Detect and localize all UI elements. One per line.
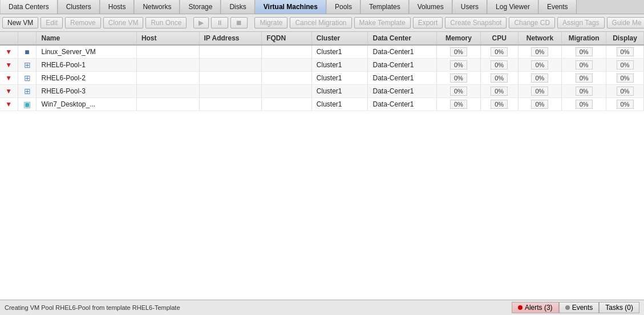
vm-cpu: 0%	[480, 85, 518, 98]
vm-ip	[199, 72, 262, 85]
nav-tab-hosts[interactable]: Hosts	[100, 0, 135, 14]
tasks-label: Tasks (0)	[605, 304, 633, 312]
change-cd-button[interactable]: Change CD	[509, 17, 555, 28]
vm-memory: 0%	[437, 59, 481, 72]
vm-type-icon: ⊞	[18, 85, 37, 98]
remove-button[interactable]: Remove	[65, 17, 101, 28]
nav-tab-datacenters[interactable]: Data Centers	[0, 0, 58, 14]
vm-name[interactable]: Linux_Server_VM	[37, 45, 136, 59]
vm-network: 0%	[518, 45, 562, 59]
nav-tab-disks[interactable]: Disks	[221, 0, 254, 14]
vm-name[interactable]: RHEL6-Pool-3	[37, 85, 136, 98]
nav-tab-networks[interactable]: Networks	[134, 0, 180, 14]
col-host-header[interactable]: Host	[136, 32, 199, 45]
vm-fqdn	[262, 98, 312, 111]
col-cpu-header[interactable]: CPU	[480, 32, 518, 45]
vm-type-icon: ■	[18, 45, 37, 59]
vm-memory: 0%	[437, 72, 481, 85]
col-ip-header[interactable]: IP Address	[199, 32, 262, 45]
assign-tags-button[interactable]: Assign Tags	[557, 17, 604, 28]
make-template-button[interactable]: Make Template	[354, 17, 411, 28]
col-cluster-header[interactable]: Cluster	[311, 32, 368, 45]
vm-host	[136, 45, 199, 59]
status-right: Alerts (3) Events Tasks (0)	[512, 302, 639, 313]
stop-button[interactable]: ⏹	[230, 17, 248, 28]
pause-button[interactable]: ⏸	[211, 17, 228, 28]
clone-vm-button[interactable]: Clone VM	[103, 17, 144, 28]
table-row[interactable]: ▼▣Win7_Desktop_...Cluster1Data-Center10%…	[0, 98, 644, 111]
nav-tab-vms[interactable]: Virtual Machines	[255, 0, 326, 14]
vm-datacenter: Data-Center1	[368, 98, 437, 111]
col-name-header[interactable]: Name	[37, 32, 136, 45]
run-once-button[interactable]: Run Once	[145, 17, 187, 28]
vm-migration: 0%	[562, 85, 606, 98]
col-status-icon	[18, 32, 37, 45]
col-migration-header[interactable]: Migration	[562, 32, 606, 45]
tasks-badge[interactable]: Tasks (0)	[599, 302, 639, 313]
nav-tab-pools[interactable]: Pools	[326, 0, 361, 14]
table-row[interactable]: ▼⊞RHEL6-Pool-1Cluster1Data-Center10%0%0%…	[0, 59, 644, 72]
vm-network: 0%	[518, 85, 562, 98]
vm-display: 0%	[606, 72, 644, 85]
col-memory-header[interactable]: Memory	[437, 32, 481, 45]
col-fqdn-header[interactable]: FQDN	[262, 32, 312, 45]
create-snapshot-button[interactable]: Create Snapshot	[445, 17, 507, 28]
col-display-header[interactable]: Display	[606, 32, 644, 45]
table-row[interactable]: ▼■Linux_Server_VMCluster1Data-Center10%0…	[0, 45, 644, 59]
nav-tab-templates[interactable]: Templates	[361, 0, 409, 14]
vm-cpu: 0%	[480, 59, 518, 72]
nav-tab-users[interactable]: Users	[452, 0, 487, 14]
vm-name[interactable]: RHEL6-Pool-1	[37, 59, 136, 72]
vm-cluster: Cluster1	[311, 85, 368, 98]
vm-type-icon: ▣	[18, 98, 37, 111]
migrate-button[interactable]: Migrate	[254, 17, 287, 28]
table-row[interactable]: ▼⊞RHEL6-Pool-2Cluster1Data-Center10%0%0%…	[0, 72, 644, 85]
vm-memory: 0%	[437, 45, 481, 59]
table-row[interactable]: ▼⊞RHEL6-Pool-3Cluster1Data-Center10%0%0%…	[0, 85, 644, 98]
col-dc-header[interactable]: Data Center	[368, 32, 437, 45]
nav-tab-storage[interactable]: Storage	[180, 0, 221, 14]
nav-tab-events[interactable]: Events	[538, 0, 577, 14]
vm-fqdn	[262, 45, 312, 59]
vm-host	[136, 98, 199, 111]
vm-cluster: Cluster1	[311, 45, 368, 59]
col-network-header[interactable]: Network	[518, 32, 562, 45]
vm-network: 0%	[518, 72, 562, 85]
vm-ip	[199, 85, 262, 98]
vm-ip	[199, 59, 262, 72]
vm-fqdn	[262, 85, 312, 98]
vm-memory: 0%	[437, 85, 481, 98]
nav-tab-logviewer[interactable]: Log Viewer	[487, 0, 538, 14]
nav-tab-volumes[interactable]: Volumes	[409, 0, 452, 14]
row-collapse-arrow[interactable]: ▼	[0, 59, 18, 72]
status-message: Creating VM Pool RHEL6-Pool from templat…	[5, 304, 180, 311]
edit-button[interactable]: Edit	[40, 17, 63, 28]
guide-me-button[interactable]: Guide Me	[607, 17, 644, 28]
vm-host	[136, 59, 199, 72]
vm-fqdn	[262, 72, 312, 85]
alerts-label: Alerts (3)	[525, 304, 553, 312]
vm-name[interactable]: RHEL6-Pool-2	[37, 72, 136, 85]
vm-datacenter: Data-Center1	[368, 85, 437, 98]
toolbar: New VM Edit Remove Clone VM Run Once ▶ ⏸…	[0, 14, 644, 32]
row-collapse-arrow[interactable]: ▼	[0, 85, 18, 98]
nav-tab-clusters[interactable]: Clusters	[58, 0, 100, 14]
vm-display: 0%	[606, 85, 644, 98]
vm-name[interactable]: Win7_Desktop_...	[37, 98, 136, 111]
row-collapse-arrow[interactable]: ▼	[0, 45, 18, 59]
vm-cpu: 0%	[480, 45, 518, 59]
vm-migration: 0%	[562, 98, 606, 111]
alerts-badge[interactable]: Alerts (3)	[512, 302, 559, 313]
vm-cluster: Cluster1	[311, 98, 368, 111]
cancel-migration-button[interactable]: Cancel Migration	[290, 17, 351, 28]
vm-host	[136, 72, 199, 85]
run-button[interactable]: ▶	[193, 17, 209, 28]
export-button[interactable]: Export	[413, 17, 443, 28]
vm-network: 0%	[518, 59, 562, 72]
vm-cpu: 0%	[480, 98, 518, 111]
row-collapse-arrow[interactable]: ▼	[0, 98, 18, 111]
vm-network: 0%	[518, 98, 562, 111]
new-vm-button[interactable]: New VM	[2, 17, 38, 28]
events-badge[interactable]: Events	[559, 302, 600, 313]
row-collapse-arrow[interactable]: ▼	[0, 72, 18, 85]
